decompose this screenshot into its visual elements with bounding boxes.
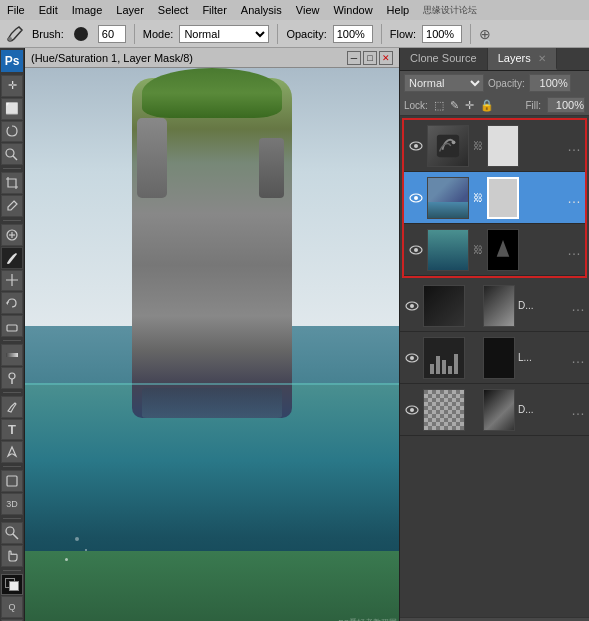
flow-input[interactable] [422,25,462,43]
healing-brush-tool[interactable] [1,224,23,246]
layer-visibility-5[interactable] [404,350,420,366]
eyedropper-tool[interactable] [1,195,23,217]
layer-row[interactable]: ⛓ … [404,172,585,224]
path-select-tool[interactable] [1,441,23,463]
layer-more-5[interactable]: … [571,350,585,366]
svg-rect-8 [6,353,18,357]
layer-row[interactable]: L... … [400,332,589,384]
menu-edit[interactable]: Edit [32,4,65,16]
brush-size-preview[interactable] [70,23,92,45]
menu-image[interactable]: Image [65,4,110,16]
menu-view[interactable]: View [289,4,327,16]
layer-row[interactable]: ⛓ … [404,120,585,172]
menu-help[interactable]: Help [380,4,417,16]
gradient-tool[interactable] [1,344,23,366]
quick-select-tool[interactable] [1,143,23,165]
svg-rect-7 [7,325,17,331]
main-area: Ps ✛ ⬜ [0,48,589,621]
zoom-tool[interactable] [1,522,23,544]
brush-size-input[interactable] [98,25,126,43]
canvas-content: 思缘设计论坛 www.missyuan.com PS爱好者教程网www.pshz… [25,68,399,621]
layer-name-4: D... [518,300,568,311]
dodge-tool[interactable] [1,367,23,389]
marquee-tool[interactable]: ⬜ [1,98,23,120]
layer-mask-2 [487,177,519,219]
fill-label: Fill: [525,100,541,111]
clone-stamp-tool[interactable] [1,270,23,292]
svg-point-15 [414,144,418,148]
pen-tool[interactable] [1,396,23,418]
lock-label: Lock: [404,100,428,111]
layer-more-1[interactable]: … [567,138,581,154]
svg-point-23 [410,304,414,308]
ps-logo: Ps [1,50,23,72]
layer-mask-6 [483,389,515,431]
layer-visibility-4[interactable] [404,298,420,314]
layer-mask-3 [487,229,519,271]
eraser-tool[interactable] [1,315,23,337]
layer-visibility-6[interactable] [404,402,420,418]
hand-tool[interactable] [1,545,23,567]
layer-more-2[interactable]: … [567,190,581,206]
brush-tool[interactable] [1,247,23,269]
layer-visibility-3[interactable] [408,242,424,258]
layer-more-4[interactable]: … [571,298,585,314]
rectangle-tool[interactable] [1,470,23,492]
layer-more-6[interactable]: … [571,402,585,418]
airbrush-icon[interactable]: ⊕ [479,26,491,42]
maximize-button[interactable]: □ [363,51,377,65]
layers-tab-close[interactable]: ✕ [538,53,546,64]
lasso-tool[interactable] [1,121,23,143]
menu-analysis[interactable]: Analysis [234,4,289,16]
right-panel: Clone Source Layers ✕ Normal Multiply Sc… [399,48,589,621]
layers-blend-row: Normal Multiply Screen Overlay Opacity: [400,71,589,95]
layer-more-3[interactable]: … [567,242,581,258]
left-toolbar: Ps ✛ ⬜ [0,48,25,621]
move-tool[interactable]: ✛ [1,75,23,97]
layer-list: ⛓ … [400,116,589,617]
foreground-color[interactable] [1,574,23,596]
history-brush-tool[interactable] [1,292,23,314]
layer-visibility-1[interactable] [408,138,424,154]
lock-transparent-icon[interactable]: ⬚ [434,99,444,112]
divider4 [470,24,471,44]
menu-file[interactable]: File [0,4,32,16]
layer-row[interactable]: D... … [400,384,589,436]
opacity-input[interactable] [333,25,373,43]
text-tool[interactable]: T [1,419,23,441]
layer-row[interactable]: D... … [400,280,589,332]
menu-filter[interactable]: Filter [195,4,233,16]
svg-point-19 [414,196,418,200]
3d-tool[interactable]: 3D [1,493,23,515]
opacity-value[interactable] [529,74,571,92]
svg-rect-11 [7,476,17,486]
layer-thumbnail-4 [423,285,465,327]
layer-name-6: D... [518,404,568,415]
opacity-label: Opacity: [286,28,326,40]
menu-layer[interactable]: Layer [109,4,151,16]
layer-chain-2: ⛓ [472,192,484,203]
clone-source-tab[interactable]: Clone Source [400,48,488,70]
layer-row[interactable]: ⛓ … [404,224,585,276]
quick-mask-tool[interactable]: Q [1,596,23,618]
lock-image-icon[interactable]: ✎ [450,99,459,112]
layers-tab[interactable]: Layers ✕ [488,48,557,70]
layer-mask-5 [483,337,515,379]
minimize-button[interactable]: ─ [347,51,361,65]
lock-move-icon[interactable]: ✛ [465,99,474,112]
brush-tool-icon[interactable] [4,23,26,45]
canvas-titlebar: (Hue/Saturation 1, Layer Mask/8) ─ □ ✕ [25,48,399,68]
layer-blend-mode-select[interactable]: Normal Multiply Screen Overlay [404,74,484,92]
crop-tool[interactable] [1,172,23,194]
blend-mode-select[interactable]: Normal Multiply Screen [179,25,269,43]
close-button[interactable]: ✕ [379,51,393,65]
menu-select[interactable]: Select [151,4,196,16]
fill-value[interactable] [547,97,585,113]
options-bar: Brush: Mode: Normal Multiply Screen Opac… [0,20,589,48]
opacity-label: Opacity: [488,78,525,89]
lock-all-icon[interactable]: 🔒 [480,99,494,112]
tool-separator-3 [3,340,21,341]
layer-visibility-2[interactable] [408,190,424,206]
canvas[interactable]: 思缘设计论坛 www.missyuan.com PS爱好者教程网www.pshz… [25,68,399,621]
menu-window[interactable]: Window [326,4,379,16]
